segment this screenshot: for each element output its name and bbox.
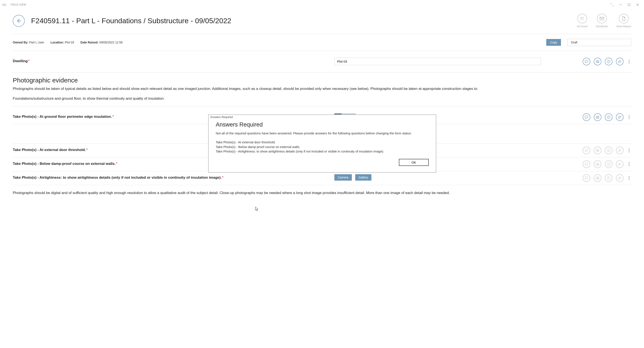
owned-by-value: Part L User	[29, 41, 44, 44]
camera-button[interactable]: Camera	[334, 174, 352, 180]
comment-icon[interactable]	[583, 113, 590, 121]
dialog-heading: Answers Required	[216, 122, 429, 128]
ok-button[interactable]: OK	[399, 159, 429, 166]
dialog-item-2: Take Photo(s) - Below damp-proof course …	[216, 144, 429, 149]
attachment-icon[interactable]	[616, 113, 624, 121]
attachment-icon[interactable]	[616, 174, 624, 182]
attachment-icon[interactable]	[616, 160, 624, 168]
q1-label: Take Photo(s) - At ground floor perimete…	[13, 114, 112, 119]
owned-by-label: Owned By:	[13, 41, 28, 44]
svg-text:f: f	[608, 177, 609, 179]
q3-label: Take Photo(s) - Below damp-proof course …	[13, 162, 116, 166]
svg-text:f: f	[608, 116, 609, 118]
info-icon[interactable]: f	[605, 58, 612, 66]
svg-point-5	[597, 117, 598, 118]
q4-label: Take Photo(s) - Airtightness: to show ai…	[13, 176, 222, 180]
copy-button[interactable]: Copy	[546, 39, 561, 46]
more-icon[interactable]	[627, 113, 631, 121]
location-label: Location:	[50, 41, 64, 44]
comment-icon[interactable]	[583, 174, 590, 182]
svg-text:f: f	[608, 149, 609, 152]
page-title: F240591.11 - Part L - Foundations / Subs…	[31, 16, 577, 25]
dwelling-input[interactable]	[334, 58, 541, 65]
window-titlebar: FIELD VIEW	[0, 0, 644, 9]
comment-icon[interactable]	[583, 160, 590, 168]
maximize-icon[interactable]	[625, 2, 633, 8]
comment-icon[interactable]	[583, 146, 590, 154]
minimize-icon[interactable]	[616, 2, 625, 8]
comment-icon[interactable]	[583, 58, 590, 66]
hamburger-icon[interactable]	[2, 2, 6, 7]
view-report-button[interactable]: View Report	[616, 14, 631, 28]
footer-text: Photographs should be digital and of suf…	[13, 190, 631, 196]
dwelling-label: Dwelling	[13, 59, 28, 63]
more-icon[interactable]	[627, 146, 631, 154]
dialog-message: Not all of the required questions have b…	[216, 131, 429, 136]
distribute-button[interactable]: Distribute	[596, 14, 608, 28]
svg-text:f: f	[608, 60, 609, 63]
date-raised-value: 09/05/2022 12:58	[99, 41, 122, 44]
more-icon[interactable]	[627, 58, 631, 66]
app-title: FIELD VIEW	[11, 3, 26, 6]
status-select[interactable]: Draft	[567, 39, 631, 46]
back-button[interactable]	[13, 15, 25, 27]
dialog-item-1: Take Photo(s) - At external door thresho…	[216, 140, 429, 144]
camera-icon[interactable]	[594, 58, 602, 66]
more-icon[interactable]	[627, 174, 631, 182]
gallery-button[interactable]: Gallery	[355, 174, 372, 180]
section-intro: Photographs should be taken of typical d…	[13, 86, 631, 92]
dwelling-row: Dwelling* f	[13, 55, 631, 68]
view-report-label: View Report	[616, 25, 631, 28]
checklist-icon	[577, 14, 587, 24]
info-icon[interactable]: f	[605, 146, 612, 154]
meta-row: Owned By: Part L User Location: Plot 03 …	[13, 38, 631, 47]
q2-label: Take Photo(s) - At external door thresho…	[13, 148, 86, 152]
svg-rect-0	[628, 4, 630, 6]
report-icon	[619, 14, 629, 24]
svg-point-8	[597, 150, 598, 151]
info-icon[interactable]: f	[605, 113, 612, 121]
date-raised-label: Date Raised:	[80, 41, 98, 44]
dialog-item-3: Take Photo(s) - Airtightness: to show ai…	[216, 149, 429, 154]
page-header: F240591.11 - Part L - Foundations / Subs…	[13, 9, 631, 30]
all-good-label: All Good	[577, 25, 588, 28]
answers-required-dialog: Answers Required Answers Required Not al…	[208, 114, 436, 172]
location-value: Plot 03	[65, 41, 74, 44]
expand-icon[interactable]	[608, 2, 616, 8]
svg-point-14	[597, 178, 598, 179]
camera-icon[interactable]	[594, 113, 602, 121]
question-row-4: Take Photo(s) - Airtightness: to show ai…	[13, 171, 631, 185]
envelope-icon	[597, 14, 607, 24]
more-icon[interactable]	[627, 160, 631, 168]
svg-point-11	[597, 164, 598, 165]
distribute-label: Distribute	[596, 25, 608, 28]
dialog-question-list: Take Photo(s) - At external door thresho…	[216, 140, 429, 154]
attachment-icon[interactable]	[616, 58, 624, 66]
close-icon[interactable]	[633, 2, 642, 8]
section-title: Photographic evidence	[13, 77, 631, 84]
info-icon[interactable]: f	[605, 160, 612, 168]
camera-icon[interactable]	[594, 174, 602, 182]
camera-icon[interactable]	[594, 146, 602, 154]
svg-point-2	[597, 61, 598, 62]
info-icon[interactable]: f	[605, 174, 612, 182]
section-sub: Foundations/substructure and ground floo…	[13, 96, 631, 102]
svg-text:f: f	[608, 163, 609, 166]
camera-icon[interactable]	[594, 160, 602, 168]
attachment-icon[interactable]	[616, 146, 624, 154]
all-good-button[interactable]: All Good	[577, 14, 588, 28]
cursor-icon	[255, 206, 258, 212]
dialog-titlebar: Answers Required	[208, 115, 436, 119]
